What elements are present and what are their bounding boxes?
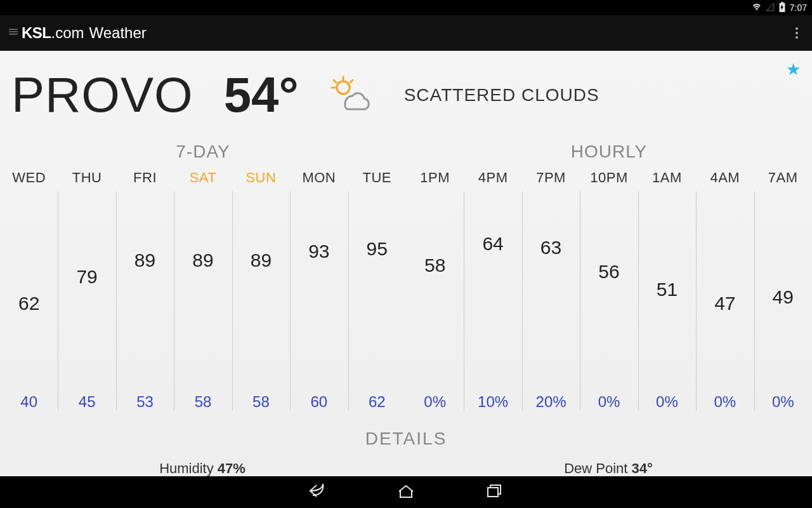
day-column[interactable]: SAT8958 (174, 170, 232, 411)
seven-day-title: 7-DAY (0, 142, 406, 162)
hourly-title: HOURLY (406, 142, 812, 162)
back-button-icon[interactable] (308, 483, 327, 502)
hour-column[interactable]: 1PM580% (406, 170, 464, 411)
precip-pct: 20% (536, 393, 566, 410)
overflow-menu-icon[interactable] (789, 27, 804, 39)
current-temp: 54° (224, 66, 299, 124)
hour-temp: 51 (638, 279, 696, 300)
precip-pct: 0% (772, 393, 794, 410)
hour-label: 4PM (464, 170, 521, 186)
details-title: DETAILS (0, 429, 812, 449)
high-temp: 93 (290, 241, 348, 262)
scattered-clouds-icon (329, 75, 374, 116)
hour-temp: 64 (464, 233, 521, 255)
current-conditions: PROVO 54° SCATTERED CLOUDS (0, 51, 812, 142)
seven-day-section: 7-DAY WED6240THU7945FRI8953SAT8958SUN895… (0, 142, 406, 411)
hour-column[interactable]: 7AM490% (754, 170, 812, 411)
low-temp: 58 (252, 393, 270, 410)
condition-text: SCATTERED CLOUDS (404, 85, 599, 105)
app-title: KSL.com Weather (22, 24, 147, 42)
hour-label: 10PM (580, 170, 638, 186)
day-label: SAT (174, 170, 232, 186)
hour-label: 7PM (522, 170, 580, 186)
day-label: THU (58, 170, 115, 186)
day-column[interactable]: WED6240 (0, 170, 58, 411)
low-temp: 62 (369, 393, 386, 410)
low-temp: 40 (20, 393, 37, 410)
high-temp: 89 (232, 250, 290, 271)
hour-column[interactable]: 10PM560% (580, 170, 638, 411)
hour-label: 4AM (696, 170, 754, 186)
status-time: 7:07 (790, 3, 807, 13)
battery-icon (778, 2, 786, 14)
favorite-star-icon[interactable]: ★ (786, 60, 801, 79)
low-temp: 53 (136, 393, 154, 410)
hour-column[interactable]: 7PM6320% (522, 170, 580, 411)
precip-pct: 0% (714, 393, 736, 410)
precip-pct: 0% (598, 393, 620, 410)
svg-line-3 (350, 80, 353, 83)
hour-column[interactable]: 4PM6410% (464, 170, 521, 411)
hour-temp: 56 (580, 261, 638, 283)
dew-point: Dew Point 34° (564, 460, 653, 477)
hour-temp: 47 (696, 293, 754, 314)
hour-temp: 58 (406, 255, 464, 276)
svg-point-0 (337, 81, 350, 94)
precip-pct: 10% (478, 393, 508, 410)
hourly-section: HOURLY 1PM580%4PM6410%7PM6320%10PM560%1A… (406, 142, 812, 411)
day-label: MON (290, 170, 348, 186)
day-column[interactable]: TUE9562 (348, 170, 406, 411)
low-temp: 58 (195, 393, 212, 410)
wifi-icon (752, 3, 762, 13)
high-temp: 89 (116, 250, 174, 271)
home-button-icon[interactable] (396, 483, 416, 502)
precip-pct: 0% (656, 393, 678, 410)
hour-label: 7AM (754, 170, 812, 186)
status-bar: 7:07 (0, 0, 812, 15)
day-column[interactable]: THU7945 (58, 170, 115, 411)
day-label: TUE (348, 170, 406, 186)
recent-apps-icon[interactable] (485, 483, 504, 502)
low-temp: 45 (79, 393, 96, 410)
hour-label: 1PM (406, 170, 464, 186)
hour-column[interactable]: 4AM470% (696, 170, 754, 411)
details-row: Humidity 47% Dew Point 34° (0, 460, 812, 477)
high-temp: 89 (174, 250, 232, 271)
low-temp: 60 (310, 393, 327, 410)
day-label: FRI (116, 170, 174, 186)
high-temp: 79 (58, 266, 115, 288)
hour-temp: 49 (754, 286, 812, 308)
hour-temp: 63 (522, 237, 580, 258)
day-column[interactable]: MON9360 (290, 170, 348, 411)
hour-column[interactable]: 1AM510% (638, 170, 696, 411)
svg-line-2 (334, 80, 336, 83)
day-column[interactable]: FRI8953 (116, 170, 174, 411)
humidity: Humidity 47% (159, 460, 246, 477)
day-label: SUN (232, 170, 290, 186)
content-area: ★ PROVO 54° SCATTERED CLOUDS 7-DAY WED62… (0, 51, 812, 476)
day-column[interactable]: SUN8958 (232, 170, 290, 411)
svg-rect-5 (488, 488, 498, 497)
high-temp: 62 (0, 293, 58, 314)
precip-pct: 0% (424, 393, 446, 410)
hour-label: 1AM (638, 170, 696, 186)
nav-bar (0, 476, 812, 508)
city-name: PROVO (11, 66, 193, 124)
high-temp: 95 (348, 238, 406, 260)
menu-icon[interactable] (8, 26, 19, 40)
day-label: WED (0, 170, 58, 186)
signal-icon (766, 3, 775, 13)
app-bar: KSL.com Weather (0, 15, 812, 51)
